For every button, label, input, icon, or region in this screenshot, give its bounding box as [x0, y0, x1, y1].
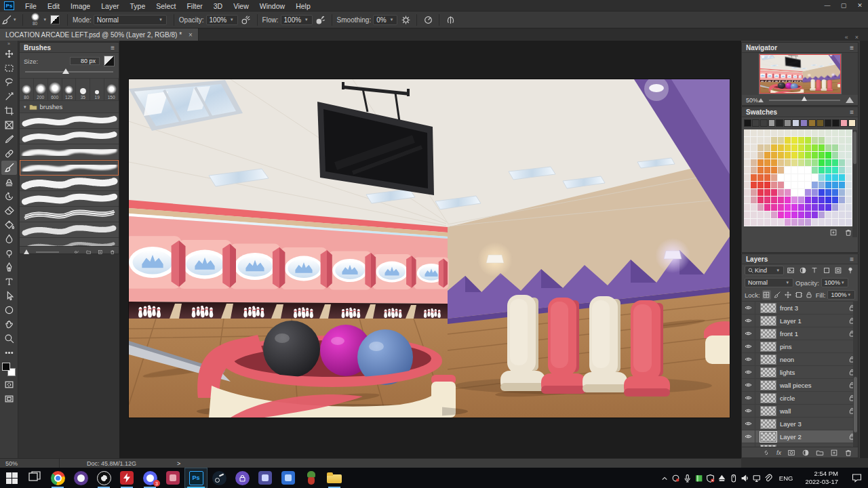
swatch-cell[interactable]	[791, 182, 798, 189]
swatch-cell[interactable]	[791, 211, 798, 219]
layer-thumbnail[interactable]	[760, 342, 776, 352]
swatch-cell[interactable]	[791, 152, 798, 159]
photoshop-logo-icon[interactable]: Ps	[4, 1, 14, 10]
swatch-cell[interactable]	[785, 182, 791, 189]
layer-opacity-select[interactable]: 100%▾	[821, 278, 849, 287]
brush-item-1[interactable]	[20, 113, 119, 129]
swatch-cell[interactable]	[818, 204, 825, 211]
brush-preset-80[interactable]: 80	[20, 79, 34, 100]
swatch-cell[interactable]	[744, 197, 751, 204]
swatch-cell[interactable]	[798, 137, 805, 144]
layer-visibility-icon[interactable]	[742, 327, 755, 340]
swatch-cell[interactable]	[818, 129, 825, 137]
tool-gradient[interactable]	[1, 218, 17, 232]
swatch-cell[interactable]	[764, 152, 771, 159]
swatch-cell[interactable]	[771, 204, 778, 211]
link-layers-icon[interactable]	[762, 449, 770, 457]
tool-quick-selection[interactable]	[1, 89, 17, 104]
tray-clock[interactable]: 2:54 PM 2022-03-17	[798, 470, 845, 486]
smoothing-gear-icon[interactable]	[399, 14, 412, 26]
brush-preset-150[interactable]: 150	[104, 79, 119, 100]
swatch-cell[interactable]	[791, 174, 798, 182]
swatch-cell[interactable]	[846, 152, 852, 159]
tool-quick-mask[interactable]	[1, 378, 17, 392]
layer-row-pins[interactable]: pins	[742, 340, 858, 353]
recent-swatch-3[interactable]	[760, 119, 768, 127]
pressure-opacity-icon[interactable]	[240, 14, 252, 26]
folder-expand-caret[interactable]: ▾	[24, 104, 26, 110]
taskbar-start-button[interactable]	[0, 468, 23, 488]
swatch-cell[interactable]	[825, 204, 832, 211]
layer-row-wall[interactable]: wall	[742, 405, 858, 418]
layer-visibility-icon[interactable]	[742, 314, 755, 327]
tool-eyedropper[interactable]	[1, 132, 17, 146]
tool-move[interactable]	[1, 47, 17, 61]
menu-3d[interactable]: 3D	[208, 2, 228, 10]
brush-preset-35[interactable]: 35	[76, 79, 90, 100]
layer-visibility-icon[interactable]	[742, 418, 755, 430]
swatch-cell[interactable]	[812, 152, 818, 159]
brush-preset-200[interactable]: 200	[34, 79, 48, 100]
swatch-cell[interactable]	[818, 137, 825, 144]
tool-edit-toolbar[interactable]	[1, 346, 17, 360]
adjustment-layer-icon[interactable]	[802, 449, 810, 457]
menu-view[interactable]: View	[228, 2, 254, 10]
layer-row-wall-pieces[interactable]: wall pieces	[742, 379, 858, 392]
zoom-in-icon[interactable]	[846, 97, 854, 103]
menu-window[interactable]: Window	[254, 2, 290, 10]
swatch-cell[interactable]	[798, 144, 805, 152]
swatch-cell[interactable]	[791, 219, 798, 226]
swatch-cell[interactable]	[785, 137, 791, 144]
layer-thumbnail[interactable]	[760, 393, 776, 403]
layer-visibility-icon[interactable]	[742, 379, 755, 391]
swatch-cell[interactable]	[785, 219, 791, 226]
canvas-artwork[interactable]	[129, 79, 730, 418]
swatch-cell[interactable]	[764, 174, 771, 182]
swatch-cell[interactable]	[825, 159, 832, 167]
tray-microphone[interactable]	[682, 474, 693, 483]
tool-crop[interactable]	[1, 104, 17, 118]
swatch-cell[interactable]	[825, 137, 832, 144]
tray-volume[interactable]	[739, 474, 751, 483]
swatch-cell[interactable]	[805, 182, 812, 189]
swatch-cell[interactable]	[839, 211, 846, 219]
swatch-cell[interactable]	[805, 219, 812, 226]
swatch-cell[interactable]	[846, 144, 852, 152]
swatch-cell[interactable]	[805, 197, 812, 204]
swatch-cell[interactable]	[805, 129, 812, 137]
layers-panel-menu-icon[interactable]: ≡	[850, 256, 854, 263]
swatch-cell[interactable]	[818, 219, 825, 226]
taskbar-photos-app[interactable]	[161, 468, 184, 488]
taskbar-app-purple[interactable]	[254, 468, 277, 488]
tray-green-app[interactable]	[693, 474, 705, 483]
swatch-cell[interactable]	[785, 174, 791, 182]
swatch-cell[interactable]	[818, 197, 825, 204]
brush-preset-picker[interactable]: 80	[28, 13, 43, 26]
swatch-cell[interactable]	[764, 189, 771, 197]
brushes-panel-menu-icon[interactable]: ≡	[111, 44, 115, 52]
foreground-background-colors[interactable]	[2, 363, 16, 376]
dock-collapse-controls[interactable]: «×	[845, 34, 868, 41]
menu-file[interactable]: File	[20, 2, 42, 10]
brush-tool-icon[interactable]	[0, 14, 12, 26]
swatches-scrollbar[interactable]	[852, 130, 857, 237]
swatch-cell[interactable]	[798, 189, 805, 197]
status-chevron-icon[interactable]: >	[177, 460, 180, 467]
recent-swatch-13[interactable]	[840, 119, 848, 127]
layer-filter-select[interactable]: Kind▾	[745, 266, 784, 275]
brush-stroke-toggle-icon[interactable]	[74, 248, 79, 256]
swatch-cell[interactable]	[825, 129, 832, 137]
swatch-cell[interactable]	[764, 219, 771, 226]
swatch-cell[interactable]	[751, 219, 757, 226]
swatch-cell[interactable]	[798, 129, 805, 137]
swatch-cell[interactable]	[771, 211, 778, 219]
swatch-cell[interactable]	[764, 204, 771, 211]
swatch-cell[interactable]	[812, 197, 818, 204]
swatch-cell[interactable]	[812, 189, 818, 197]
navigator-thumbnail[interactable]	[760, 54, 841, 94]
swatch-cell[interactable]	[818, 174, 825, 182]
layer-thumbnail[interactable]	[760, 329, 776, 339]
navigator-zoom-value[interactable]: 50%	[746, 97, 758, 104]
swatch-cell[interactable]	[771, 219, 778, 226]
swatch-cell[interactable]	[757, 137, 764, 144]
